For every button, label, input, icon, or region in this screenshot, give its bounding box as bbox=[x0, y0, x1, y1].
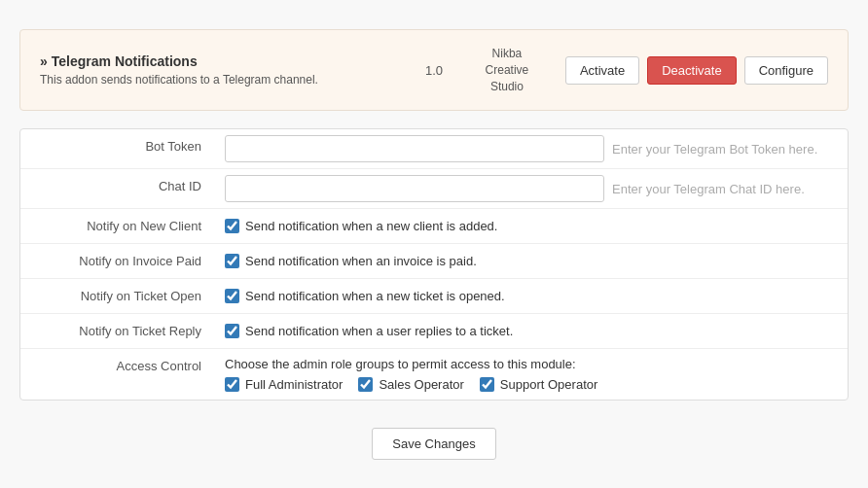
settings-card: Bot Token Enter your Telegram Bot Token … bbox=[19, 128, 849, 401]
bot-token-input[interactable] bbox=[225, 135, 604, 162]
addon-name: Telegram Notifications bbox=[52, 53, 198, 69]
full-admin-label: Full Administrator bbox=[245, 377, 343, 392]
notify-ticket-reply-row: Notify on Ticket Reply Send notification… bbox=[20, 314, 848, 349]
notify-ticket-reply-text: Send notification when a user replies to… bbox=[245, 324, 513, 338]
notify-invoice-paid-label: Notify on Invoice Paid bbox=[20, 244, 215, 276]
notify-invoice-paid-value: Send notification when an invoice is pai… bbox=[215, 248, 848, 274]
chat-id-label: Chat ID bbox=[20, 169, 215, 201]
bot-token-row: Bot Token Enter your Telegram Bot Token … bbox=[20, 129, 848, 169]
notify-invoice-paid-row: Notify on Invoice Paid Send notification… bbox=[20, 244, 848, 279]
addon-author: Nikba Creative Studio bbox=[468, 46, 546, 94]
notify-new-client-checkbox[interactable] bbox=[225, 219, 239, 233]
save-button[interactable]: Save Changes bbox=[372, 428, 495, 460]
notify-new-client-checkbox-label[interactable]: Send notification when a new client is a… bbox=[225, 219, 497, 233]
full-admin-checkbox[interactable] bbox=[225, 377, 239, 392]
access-control-checkboxes: Full Administrator Sales Operator Suppor… bbox=[225, 377, 838, 392]
notify-ticket-reply-label: Notify on Ticket Reply bbox=[20, 314, 215, 346]
support-operator-label: Support Operator bbox=[500, 377, 597, 392]
notify-invoice-paid-checkbox-label[interactable]: Send notification when an invoice is pai… bbox=[225, 254, 477, 268]
addon-description: This addon sends notifications to a Tele… bbox=[40, 73, 400, 87]
sales-operator-checkbox-label[interactable]: Sales Operator bbox=[358, 377, 463, 392]
access-control-row: Access Control Choose the admin role gro… bbox=[20, 349, 848, 400]
sales-operator-checkbox[interactable] bbox=[358, 377, 373, 392]
support-operator-checkbox[interactable] bbox=[480, 377, 494, 392]
title-prefix: » bbox=[40, 53, 48, 69]
notify-ticket-open-text: Send notification when a new ticket is o… bbox=[245, 289, 505, 303]
addon-card: »Telegram Notifications This addon sends… bbox=[19, 29, 849, 111]
access-control-desc: Choose the admin role groups to permit a… bbox=[225, 357, 838, 371]
sales-operator-label: Sales Operator bbox=[379, 377, 463, 392]
addon-actions: Activate Deactivate Configure bbox=[565, 56, 828, 85]
save-section: Save Changes bbox=[372, 428, 495, 460]
notify-ticket-open-value: Send notification when a new ticket is o… bbox=[215, 283, 848, 309]
notify-ticket-open-checkbox[interactable] bbox=[225, 289, 239, 303]
notify-ticket-reply-value: Send notification when a user replies to… bbox=[215, 318, 848, 344]
bot-token-label: Bot Token bbox=[20, 129, 215, 161]
support-operator-checkbox-label[interactable]: Support Operator bbox=[480, 377, 597, 392]
notify-invoice-paid-checkbox[interactable] bbox=[225, 254, 239, 268]
configure-button[interactable]: Configure bbox=[744, 56, 828, 85]
notify-new-client-label: Notify on New Client bbox=[20, 209, 215, 241]
bot-token-value: Enter your Telegram Bot Token here. bbox=[215, 129, 848, 168]
addon-title: »Telegram Notifications bbox=[40, 53, 400, 69]
notify-ticket-reply-checkbox-label[interactable]: Send notification when a user replies to… bbox=[225, 324, 513, 338]
activate-button[interactable]: Activate bbox=[565, 56, 639, 85]
notify-ticket-reply-checkbox[interactable] bbox=[225, 324, 239, 338]
bot-token-hint: Enter your Telegram Bot Token here. bbox=[612, 142, 817, 157]
notify-new-client-text: Send notification when a new client is a… bbox=[245, 219, 497, 233]
deactivate-button[interactable]: Deactivate bbox=[647, 56, 736, 85]
chat-id-value: Enter your Telegram Chat ID here. bbox=[215, 169, 848, 208]
notify-ticket-open-checkbox-label[interactable]: Send notification when a new ticket is o… bbox=[225, 289, 505, 303]
notify-ticket-open-label: Notify on Ticket Open bbox=[20, 279, 215, 311]
addon-info: »Telegram Notifications This addon sends… bbox=[40, 53, 400, 87]
notify-new-client-value: Send notification when a new client is a… bbox=[215, 213, 848, 239]
chat-id-input[interactable] bbox=[225, 175, 604, 202]
notify-invoice-paid-text: Send notification when an invoice is pai… bbox=[245, 254, 477, 268]
addon-version: 1.0 bbox=[419, 63, 449, 78]
chat-id-row: Chat ID Enter your Telegram Chat ID here… bbox=[20, 169, 848, 209]
chat-id-hint: Enter your Telegram Chat ID here. bbox=[612, 182, 805, 196]
access-control-label: Access Control bbox=[20, 349, 215, 381]
access-control-content: Choose the admin role groups to permit a… bbox=[215, 349, 848, 400]
notify-new-client-row: Notify on New Client Send notification w… bbox=[20, 209, 848, 244]
notify-ticket-open-row: Notify on Ticket Open Send notification … bbox=[20, 279, 848, 314]
full-admin-checkbox-label[interactable]: Full Administrator bbox=[225, 377, 343, 392]
